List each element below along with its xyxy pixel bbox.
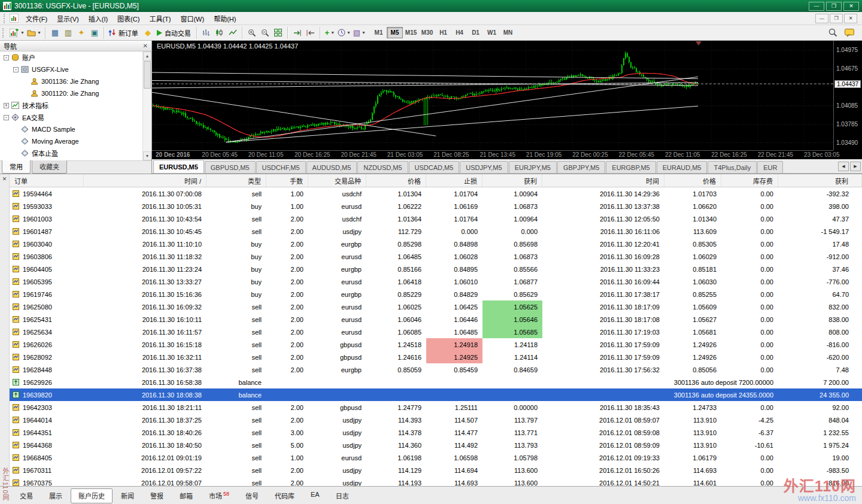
tree-item[interactable]: -EA交易 (0, 111, 151, 123)
tree-expander-minus-icon[interactable]: - (4, 115, 9, 120)
navigator-tab-收藏夹[interactable]: 收藏夹 (32, 160, 67, 174)
table-row[interactable]: 196443682016.11.30 18:40:50sell5.00usdjp… (10, 439, 862, 451)
table-row[interactable]: 196044052016.11.30 11:23:24buy2.00eurgbp… (10, 263, 862, 275)
table-row[interactable]: 196250802016.11.30 16:09:32sell2.00eurus… (10, 300, 862, 313)
scroll-down-icon[interactable]: ▼ (143, 151, 151, 160)
chart-shift-button[interactable] (304, 26, 317, 40)
new-chart-button[interactable]: ▼ (8, 26, 26, 40)
tree-item[interactable]: 3001120: Jie Zhang (0, 87, 151, 99)
chart-tab[interactable]: T4Plus,Daily (708, 161, 757, 173)
column-header[interactable]: 时间 (542, 174, 664, 187)
table-row[interactable]: 196703112016.12.01 09:57:22sell2.00usdjp… (10, 464, 862, 476)
chart-tab[interactable]: EURUSD,M5 (153, 160, 204, 173)
tree-item[interactable]: MACD Sample (0, 123, 151, 135)
tree-item[interactable]: +技术指标 (0, 99, 151, 111)
chart-tabs-scroll-left-icon[interactable]: ◀ (838, 162, 849, 171)
table-row[interactable]: 196014872016.11.30 10:45:45sell2.00usdjp… (10, 225, 862, 238)
table-row[interactable]: 196260262016.11.30 16:15:18sell2.00gbpus… (10, 338, 862, 351)
chart-tab[interactable]: GBPJPY,M5 (557, 161, 605, 173)
table-row[interactable]: 196254312016.11.30 16:10:11sell2.00eurus… (10, 313, 862, 326)
line-chart-button[interactable] (226, 26, 239, 40)
tile-windows-button[interactable] (272, 26, 285, 40)
table-row[interactable]: 196443512016.11.30 18:40:26sell3.00usdjp… (10, 426, 862, 439)
timeframe-button-M30[interactable]: M30 (419, 27, 435, 38)
column-header[interactable]: 时间 / (84, 174, 207, 187)
column-header[interactable]: 交易品种 (308, 174, 366, 187)
chart-tab[interactable]: EURGBP,M5 (606, 161, 655, 173)
terminal-tab-邮箱[interactable]: 邮箱 (172, 488, 201, 503)
search-button[interactable] (826, 26, 839, 40)
chart-tab[interactable]: AUDUSD,M5 (306, 161, 357, 173)
terminal-button[interactable]: ▣ (88, 26, 101, 40)
chart-tab[interactable]: EURAUD,M5 (657, 161, 708, 173)
autotrading-button[interactable]: 自动交易 (154, 26, 194, 40)
chart-tab[interactable]: GBPUSD,M5 (205, 161, 256, 173)
column-header[interactable]: 获利 (778, 174, 862, 187)
chart-shift-marker[interactable] (696, 41, 702, 45)
table-row[interactable]: 196010032016.11.30 10:43:54sell2.00usdch… (10, 212, 862, 225)
restore-button[interactable]: ❐ (826, 2, 842, 11)
chart-window-icon[interactable] (10, 14, 19, 23)
column-header[interactable]: 止损 (426, 174, 482, 187)
templates-button[interactable]: ▧▼ (352, 26, 367, 40)
indicators-button[interactable]: +▼ (323, 26, 336, 40)
timeframe-button-H4[interactable]: H4 (451, 27, 468, 38)
table-row[interactable]: 196256342016.11.30 16:11:57sell2.00eurus… (10, 326, 862, 338)
data-window-button[interactable]: ▥ (62, 26, 75, 40)
chart-area[interactable]: EURUSD,M5 1.04439 1.04442 1.04425 1.0443… (152, 41, 862, 159)
column-header[interactable]: 手数 (266, 174, 308, 187)
chart-tabs-scroll-right-icon[interactable]: ▶ (850, 162, 861, 171)
mdi-close-button[interactable]: ✕ (844, 14, 857, 23)
terminal-tab-代码库[interactable]: 代码库 (267, 488, 302, 503)
table-row[interactable]: 196299262016.11.30 16:58:38balance300113… (10, 376, 862, 388)
zoom-out-button[interactable] (259, 26, 272, 40)
column-header[interactable]: 订单 (10, 174, 84, 187)
timeframe-button-M15[interactable]: M15 (403, 27, 419, 38)
navigator-tab-常用[interactable]: 常用 (2, 160, 31, 174)
column-header[interactable]: 库存费 (721, 174, 778, 187)
chart-tab[interactable]: EUR (757, 161, 783, 173)
metaeditor-button[interactable]: ◆ (141, 26, 154, 40)
menu-item[interactable]: 文件(F) (21, 14, 52, 25)
table-row[interactable]: 195930332016.11.30 10:05:31buy1.00eurusd… (10, 200, 862, 212)
terminal-tab-信号[interactable]: 信号 (238, 488, 266, 503)
periods-button[interactable]: ▼ (336, 26, 352, 40)
chat-button[interactable] (843, 26, 856, 40)
terminal-tab-警报[interactable]: 警报 (142, 488, 171, 503)
chart-tab[interactable]: USDCHF,M5 (256, 161, 306, 173)
menu-item[interactable]: 显示(V) (52, 14, 84, 25)
menu-item[interactable]: 窗口(W) (175, 14, 209, 25)
new-order-button[interactable]: 新订单 (107, 26, 141, 40)
profiles-button[interactable]: ▼ (26, 26, 43, 40)
terminal-tab-市场[interactable]: 市场58 (201, 488, 237, 503)
tree-expander-minus-icon[interactable]: - (13, 67, 19, 72)
tree-item[interactable]: 3001136: Jie Zhang (0, 75, 151, 87)
terminal-tab-日志[interactable]: 日志 (328, 488, 357, 503)
terminal-tab-EA[interactable]: EA (303, 488, 327, 501)
candlestick-plot[interactable] (152, 41, 833, 150)
time-axis[interactable]: 20 Dec 201620 Dec 05:4520 Dec 11:0520 De… (152, 150, 833, 159)
menu-item[interactable]: 工具(T) (144, 14, 175, 25)
terminal-close-icon[interactable]: ✕ (0, 174, 9, 182)
table-row[interactable]: 196038062016.11.30 11:18:32buy2.00eurusd… (10, 250, 862, 263)
terminal-tab-新闻[interactable]: 新闻 (113, 488, 142, 503)
menu-item[interactable]: 图表(C) (113, 14, 144, 25)
table-row[interactable]: 196030402016.11.30 11:10:10buy2.00eurgbp… (10, 238, 862, 250)
column-header[interactable]: 类型 (207, 174, 266, 187)
scroll-up-icon[interactable]: ▲ (143, 51, 151, 60)
mdi-restore-button[interactable]: ❐ (830, 14, 843, 23)
close-button[interactable]: ✕ (843, 2, 859, 11)
mdi-minimize-button[interactable]: — (815, 14, 828, 23)
minimize-button[interactable]: — (809, 2, 824, 11)
candle-chart-button[interactable] (213, 26, 226, 40)
column-header[interactable]: 价格 (366, 174, 426, 187)
tree-item[interactable]: Moving Average (0, 135, 151, 147)
navigator-scrollbar[interactable]: ▲ ▼ (142, 51, 151, 160)
column-header[interactable]: 价格 (664, 174, 721, 187)
tree-expander-minus-icon[interactable]: - (4, 55, 9, 60)
timeframe-button-D1[interactable]: D1 (468, 27, 484, 38)
table-row[interactable]: 196197462016.11.30 15:16:36buy2.00eurgbp… (10, 288, 862, 300)
menubar-grip[interactable] (4, 14, 7, 23)
tree-expander-plus-icon[interactable]: + (4, 103, 9, 108)
terminal-tab-交易[interactable]: 交易 (12, 488, 41, 503)
